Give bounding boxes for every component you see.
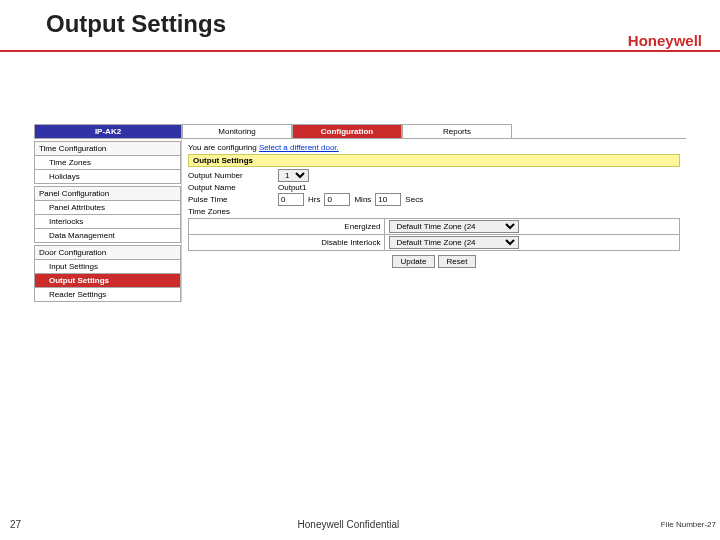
sidebar-group-door: Door Configuration: [34, 245, 181, 260]
sidebar-item-data-management[interactable]: Data Management: [34, 229, 181, 243]
tab-ipak2[interactable]: IP-AK2: [34, 124, 182, 138]
app-screenshot: IP-AK2 Monitoring Configuration Reports …: [34, 124, 686, 302]
pulse-time-label: Pulse Time: [188, 195, 278, 204]
sidebar-item-input-settings[interactable]: Input Settings: [34, 260, 181, 274]
disable-interlock-select[interactable]: Default Time Zone (24: [389, 236, 519, 249]
sidebar: Time Configuration Time Zones Holidays P…: [34, 139, 182, 302]
configuring-prefix: You are configuring: [188, 143, 259, 152]
timezone-table: Energized Default Time Zone (24 Disable …: [188, 218, 680, 251]
sidebar-item-reader-settings[interactable]: Reader Settings: [34, 288, 181, 302]
output-name-label: Output Name: [188, 183, 278, 192]
tab-configuration[interactable]: Configuration: [292, 124, 402, 138]
sidebar-item-interlocks[interactable]: Interlocks: [34, 215, 181, 229]
slide-footer: 27 Honeywell Confidential File Number-27: [0, 519, 720, 530]
select-different-door-link[interactable]: Select a different door.: [259, 143, 339, 152]
tab-reports[interactable]: Reports: [402, 124, 512, 138]
output-name-value: Output1: [278, 183, 306, 192]
top-tabs: IP-AK2 Monitoring Configuration Reports: [34, 124, 686, 139]
table-row: Energized Default Time Zone (24: [189, 219, 680, 235]
output-number-select[interactable]: 1: [278, 169, 309, 182]
sidebar-item-timezones[interactable]: Time Zones: [34, 156, 181, 170]
page-title: Output Settings: [0, 0, 720, 42]
table-row: Disable Interlock Default Time Zone (24: [189, 235, 680, 251]
sidebar-item-panel-attributes[interactable]: Panel Attributes: [34, 201, 181, 215]
mins-label: Mins: [350, 195, 375, 204]
confidential-label: Honeywell Confidential: [36, 519, 661, 530]
pulse-hrs-input[interactable]: [278, 193, 304, 206]
sidebar-item-holidays[interactable]: Holidays: [34, 170, 181, 184]
reset-button[interactable]: Reset: [438, 255, 477, 268]
pulse-mins-input[interactable]: [324, 193, 350, 206]
main-panel: You are configuring Select a different d…: [182, 139, 686, 302]
divider: [0, 50, 720, 52]
brand-logo: Honeywell: [628, 32, 702, 49]
page-number: 27: [0, 519, 36, 530]
secs-label: Secs: [401, 195, 427, 204]
timezones-label: Time Zones: [188, 207, 278, 216]
configuring-line: You are configuring Select a different d…: [188, 141, 680, 154]
sidebar-group-panel: Panel Configuration: [34, 186, 181, 201]
file-number: File Number-27: [661, 520, 720, 529]
section-title: Output Settings: [188, 154, 680, 167]
sidebar-item-output-settings[interactable]: Output Settings: [34, 274, 181, 288]
output-number-label: Output Number: [188, 171, 278, 180]
energized-label: Energized: [189, 219, 385, 235]
disable-interlock-label: Disable Interlock: [189, 235, 385, 251]
pulse-secs-input[interactable]: [375, 193, 401, 206]
hrs-label: Hrs: [304, 195, 324, 204]
update-button[interactable]: Update: [392, 255, 436, 268]
tab-monitoring[interactable]: Monitoring: [182, 124, 292, 138]
energized-select[interactable]: Default Time Zone (24: [389, 220, 519, 233]
sidebar-group-time: Time Configuration: [34, 141, 181, 156]
